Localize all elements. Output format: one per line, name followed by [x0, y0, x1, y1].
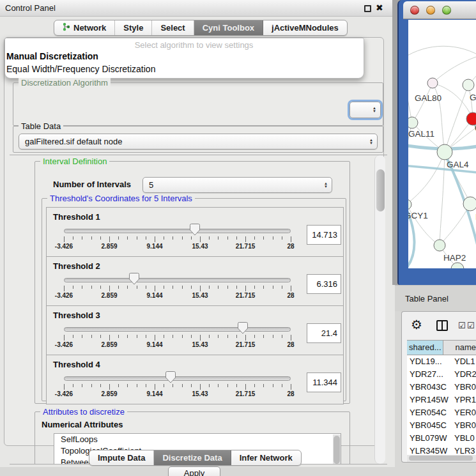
threshold-slider-track[interactable] [64, 229, 291, 233]
column-header-shared-name[interactable]: shared... [407, 341, 443, 355]
tab-cyni-toolbox[interactable]: Cyni Toolbox [194, 20, 263, 35]
tab-discretize-data[interactable]: Discretize Data [154, 450, 231, 465]
tab-infer-network[interactable]: Infer Network [231, 450, 301, 465]
table-row[interactable]: YDR27...YDR2 [407, 368, 476, 381]
tick-mark [218, 286, 219, 289]
tick-mark [218, 335, 219, 338]
network-node[interactable] [437, 144, 452, 160]
tick-mark [155, 384, 155, 390]
threshold-slider-track[interactable] [64, 327, 291, 332]
tab-select[interactable]: Select [152, 20, 194, 35]
network-node[interactable] [427, 78, 438, 88]
tick-mark [146, 335, 146, 338]
close-traffic-light-icon[interactable] [410, 6, 419, 15]
table-row[interactable]: YPR145WYPR1 [407, 394, 476, 406]
threshold-slider-thumb[interactable] [237, 321, 249, 335]
checkbox-checked-icon[interactable]: ☑ [467, 321, 475, 330]
thresholds-group: Threshold's Coordinates for 5 Intervals … [42, 198, 346, 401]
tick-mark [182, 384, 183, 387]
tick-label: -3.426 [55, 292, 73, 299]
close-icon[interactable]: ✖ [376, 3, 383, 13]
tick-mark [282, 286, 282, 289]
table-row[interactable]: YDL19...YDL1 [407, 355, 476, 368]
number-of-intervals-combobox[interactable]: 5 ▲▼ [142, 177, 332, 193]
table-row[interactable]: YBR045CYBR0 [407, 419, 476, 432]
network-node-label: GAL80 [415, 93, 441, 103]
tick-mark [191, 384, 192, 387]
combo-stepper-icon[interactable]: ▲▼ [369, 107, 380, 113]
column-layout-icon[interactable] [436, 320, 448, 331]
tick-mark [254, 236, 255, 240]
threshold-slider-thumb[interactable] [165, 371, 176, 384]
group-title-thresholds: Threshold's Coordinates for 5 Intervals [47, 194, 195, 203]
panel-scrollbar[interactable] [374, 155, 385, 464]
threshold-value-field[interactable]: 11.344 [307, 372, 341, 392]
attribute-list-item[interactable]: SelfLoops [54, 434, 341, 445]
control-panel-titlebar: Control Panel ✖ [0, 0, 395, 17]
checkbox-checked-icon[interactable]: ☑ [458, 321, 466, 330]
tick-mark [73, 286, 73, 289]
network-node[interactable] [434, 240, 445, 251]
table-row[interactable]: YER054CYER0 [407, 406, 476, 419]
combo-stepper-icon[interactable]: ▲▼ [365, 139, 377, 145]
table-data-combobox[interactable]: galFiltered.sif default node ▲▼ [19, 134, 378, 150]
zoom-traffic-light-icon[interactable] [442, 6, 451, 15]
threshold-value-field[interactable]: 21.4 [307, 323, 341, 343]
tick-mark [236, 384, 237, 387]
threshold-row: Threshold 4-3.4262.8599.14415.4321.71528… [46, 355, 344, 404]
tick-label: 21.715 [236, 243, 256, 250]
threshold-row: Threshold 3-3.4262.8599.14415.4321.71528… [46, 305, 344, 355]
network-icon [63, 22, 70, 33]
network-node[interactable] [408, 117, 418, 128]
column-header-name[interactable]: name [443, 341, 476, 355]
tick-mark [164, 236, 164, 240]
scrollbar-thumb[interactable] [409, 456, 473, 461]
tick-mark [273, 236, 273, 240]
tick-mark [82, 335, 82, 338]
tick-mark [282, 236, 282, 240]
threshold-value-field[interactable]: 14.713 [307, 225, 341, 245]
tick-mark [254, 384, 255, 387]
tick-mark [273, 335, 273, 338]
tab-network[interactable]: Network [54, 20, 115, 35]
cell-name: YPR1 [450, 394, 476, 406]
combo-stepper-icon[interactable]: ▲▼ [320, 182, 332, 188]
threshold-slider-thumb[interactable] [189, 223, 201, 236]
tick-mark [173, 236, 173, 240]
threshold-value-field[interactable]: 6.316 [307, 274, 341, 294]
tick-mark [137, 384, 137, 387]
table-row[interactable]: YBL079WYBL0 [407, 432, 476, 445]
gear-icon[interactable]: ⚙ [411, 317, 422, 332]
network-edge [408, 152, 445, 204]
network-node[interactable] [463, 197, 476, 211]
scrollbar-thumb[interactable] [334, 436, 340, 464]
threshold-slider-track[interactable] [64, 278, 291, 282]
attributes-scrollbar[interactable] [333, 434, 341, 464]
minimize-traffic-light-icon[interactable] [426, 6, 435, 15]
tab-jactivemnodules[interactable]: jActiveMNodules [263, 20, 347, 35]
threshold-slider-thumb[interactable] [128, 272, 140, 286]
algorithm-combobox[interactable]: ▲▼ [349, 102, 381, 118]
table-horizontal-scrollbar[interactable] [407, 455, 476, 462]
dropdown-option-equal-width[interactable]: Equal Width/Frequency Discretization [6, 64, 155, 74]
network-canvas[interactable]: GAL80GACGAL11GAL4GCY1HHAP2 [408, 20, 476, 268]
tick-label: 2.859 [101, 390, 117, 397]
threshold-label: Threshold 2 [53, 261, 100, 271]
tab-style[interactable]: Style [115, 20, 152, 35]
tick-mark [273, 384, 273, 387]
tab-impute-data[interactable]: Impute Data [89, 450, 154, 465]
tick-mark [200, 384, 201, 390]
dropdown-option-manual[interactable]: Manual Discretization [6, 51, 98, 61]
tick-mark [227, 384, 228, 387]
network-node-label: GAL4 [447, 160, 469, 169]
threshold-slider-track[interactable] [64, 376, 291, 381]
table-row[interactable]: YLR345WYLR3 [407, 445, 476, 455]
table-row[interactable]: YBR043CYBR0 [407, 381, 476, 394]
tick-mark [291, 384, 291, 390]
tick-mark [109, 236, 110, 242]
scrollbar-thumb[interactable] [376, 169, 385, 211]
float-window-icon[interactable] [364, 5, 371, 12]
apply-button[interactable]: Apply [168, 466, 220, 476]
threshold-row: Threshold 2-3.4262.8599.14415.4321.71528… [46, 256, 344, 306]
network-node[interactable] [463, 79, 474, 91]
